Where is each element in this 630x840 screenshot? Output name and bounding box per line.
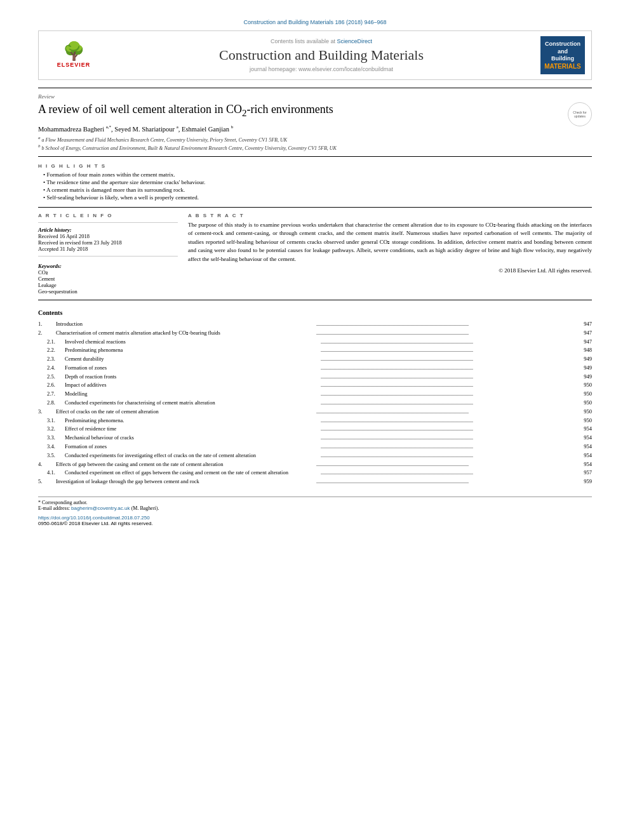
toc-dots: ........................................… [315,461,577,469]
toc-text: Conducted experiments for characterising… [65,399,319,408]
toc-text: Introduction [56,320,315,329]
toc-num: 2.7. [38,390,65,399]
toc-dots: ........................................… [319,373,577,382]
toc-text: Cement durability [65,355,319,364]
keyword-item: Cement [38,276,178,282]
toc-item: 3.1.Predominating phenomena. ...........… [38,417,592,425]
toc-list: 1.Introduction .........................… [38,320,592,486]
toc-text: Investigation of leakage through the gap… [56,477,315,486]
toc-item: 3.2.Effect of residence time ...........… [38,425,592,434]
logo-materials: MATERIALS [544,63,581,70]
toc-text: Depth of reaction fronts [65,373,319,382]
toc-dots: ........................................… [319,469,577,477]
toc-dots: ........................................… [319,425,577,434]
header-divider [38,88,592,88]
toc-item: 2.1.Involved chemical reactions ........… [38,338,592,347]
toc-dots: ........................................… [319,347,577,355]
toc-page: 954 [577,460,592,469]
toc-text: Involved chemical reactions [65,338,319,347]
keyword-item: CO₂ [38,269,178,276]
toc-num: 2.4. [38,364,65,373]
journal-header: 🌳 ELSEVIER Contents lists available at S… [38,30,592,80]
toc-num: 2.6. [38,381,65,390]
title-area: Check for updates A review of oil well c… [38,102,592,119]
toc-text: Characterisation of cement matrix altera… [56,329,315,338]
toc-text: Conducted experiments for investigating … [65,451,319,460]
affiliation-a: a a Flow Measurement and Fluid Mechanics… [38,135,592,143]
revised-date: Received in revised form 23 July 2018 [38,239,178,246]
email-link[interactable]: bagherim@coventry.ac.uk [71,505,131,511]
elsevier-tree-icon: 🌳 [63,43,85,60]
toc-dots: ........................................… [319,417,577,425]
sciencedirect-link[interactable]: ScienceDirect [337,38,373,44]
toc-text: Formation of zones [65,443,319,451]
toc-dots: ........................................… [319,382,577,390]
toc-page: 954 [577,425,592,434]
toc-page: 947 [577,329,592,338]
journal-title: Construction and Building Materials [102,47,540,63]
check-for-updates-badge: Check for updates [568,102,592,126]
toc-page: 954 [577,451,592,460]
journal-reference: Construction and Building Materials 186 … [38,19,592,25]
toc-dots: ........................................… [319,356,577,364]
toc-num: 3.1. [38,417,65,425]
highlight-item: • The residence time and the aperture si… [43,179,592,185]
accepted-date: Accepted 31 July 2018 [38,246,178,252]
elsevier-logo: 🌳 ELSEVIER [45,43,102,68]
highlight-item: • A cement matrix is damaged more than i… [43,187,592,193]
toc-dots: ........................................… [319,452,577,460]
toc-page: 954 [577,434,592,443]
journal-ref-text: Construction and Building Materials 186 … [243,19,386,25]
toc-dots: ........................................… [319,434,577,443]
toc-dots: ........................................… [319,399,577,408]
toc-text: Effect of residence time [65,425,319,434]
highlights-list: • Formation of four main zones within th… [38,171,592,201]
toc-item: 5.Investigation of leakage through the g… [38,477,592,486]
toc-item: 3.3.Mechanical behaviour of cracks .....… [38,434,592,443]
toc-text: Impact of additives [65,381,319,390]
toc-dots: ........................................… [319,338,577,347]
keyword-item: Geo-sequestration [38,288,178,295]
toc-page: 950 [577,381,592,390]
toc-num: 3.2. [38,425,65,434]
toc-text: Predominating phenomena [65,346,319,355]
highlight-item: • Formation of four main zones within th… [43,171,592,178]
toc-num: 2.1. [38,338,65,347]
abstract-text: The purpose of this study is to examine … [188,221,592,264]
toc-text: Modelling [65,390,319,399]
article-info-column: A R T I C L E I N F O Article history: R… [38,213,178,295]
toc-item: 4.1.Conducted experiment on effect of ga… [38,469,592,477]
toc-page: 950 [577,390,592,399]
contents-section: Contents 1.Introduction ................… [38,309,592,486]
article-info-abstract: A R T I C L E I N F O Article history: R… [38,213,592,295]
toc-page: 949 [577,373,592,382]
elsevier-label: ELSEVIER [57,62,91,68]
toc-item: 1.Introduction .........................… [38,320,592,329]
toc-text: Conducted experiment on effect of gaps b… [65,469,319,477]
toc-num: 4.1. [38,469,65,477]
article-divider-1 [38,156,592,157]
toc-page: 954 [577,443,592,451]
toc-text: Mechanical behaviour of cracks [65,434,319,443]
toc-dots: ........................................… [315,321,577,329]
toc-dots: ........................................… [315,330,577,338]
toc-item: 2.3.Cement durability ..................… [38,355,592,364]
article-title: A review of oil well cement alteration i… [38,102,592,119]
toc-page: 950 [577,399,592,408]
highlight-item: • Self-sealing behaviour is likely, when… [43,194,592,201]
toc-dots: ........................................… [315,408,577,417]
toc-num: 2. [38,329,56,338]
keyword-item: Leakage [38,282,178,288]
toc-text: Effects of gap between the casing and ce… [56,460,315,469]
doi-link[interactable]: https://doi.org/10.1016/j.conbuildmat.20… [38,515,150,521]
corresponding-author-note: * Corresponding author. [38,500,592,505]
received-date: Received 16 April 2018 [38,233,178,239]
toc-page: 947 [577,338,592,347]
logo-title-line1: Construction and Building [545,41,580,63]
toc-num: 2.3. [38,355,65,364]
toc-item: 3.4.Formation of zones .................… [38,443,592,451]
affiliation-b: b b School of Energy, Construction and E… [38,143,592,151]
toc-item: 2.7.Modelling ..........................… [38,390,592,399]
abstract-label: A B S T R A C T [188,213,592,218]
toc-dots: ........................................… [319,390,577,399]
